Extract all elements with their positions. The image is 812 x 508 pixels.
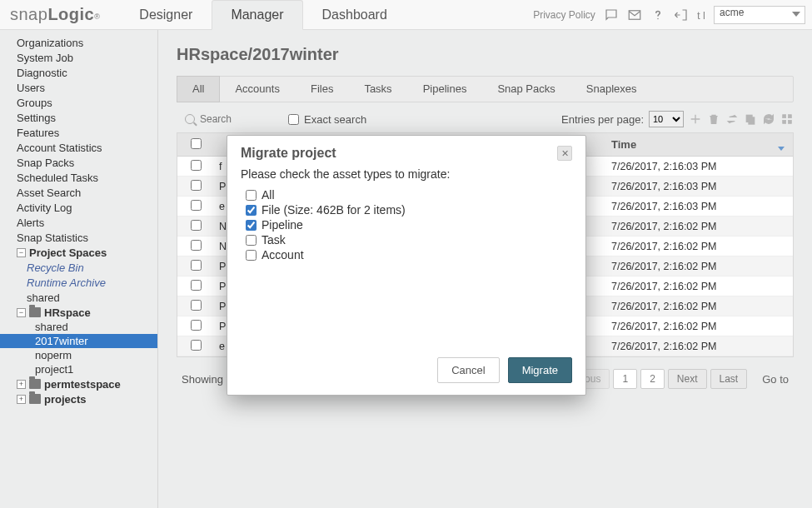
migrate-option[interactable]: File (Size: 462B for 2 items): [241, 202, 572, 217]
option-checkbox[interactable]: [246, 235, 257, 246]
option-label: Account: [262, 248, 304, 261]
option-checkbox[interactable]: [246, 250, 257, 261]
option-checkbox[interactable]: [246, 205, 257, 216]
option-label: File (Size: 462B for 2 items): [262, 203, 406, 217]
migrate-modal: Migrate project ✕ Please check the asset…: [227, 135, 586, 396]
option-checkbox[interactable]: [246, 220, 257, 231]
option-label: Pipeline: [262, 218, 303, 232]
migrate-option[interactable]: Account: [241, 247, 572, 262]
cancel-button[interactable]: Cancel: [437, 357, 499, 383]
migrate-option[interactable]: Pipeline: [241, 217, 572, 232]
close-icon[interactable]: ✕: [557, 146, 572, 161]
option-label: All: [262, 188, 275, 202]
option-label: Task: [262, 233, 286, 247]
modal-title: Migrate project: [241, 146, 557, 161]
migrate-option[interactable]: Task: [241, 232, 572, 247]
migrate-option[interactable]: All: [241, 187, 572, 202]
option-checkbox[interactable]: [246, 190, 257, 201]
modal-prompt: Please check the asset types to migrate:: [241, 167, 572, 181]
migrate-button[interactable]: Migrate: [508, 357, 572, 383]
